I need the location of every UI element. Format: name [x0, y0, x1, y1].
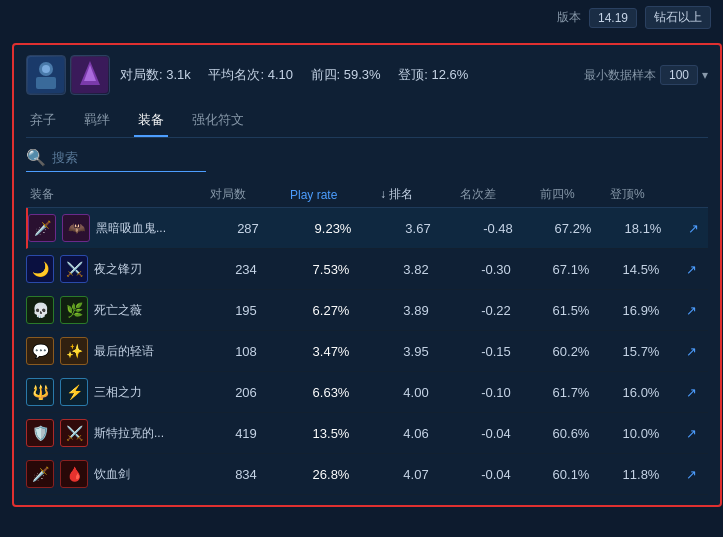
- outer-table: 对局数: 3.1k 平均名次: 4.10 前四: 59.3% 登顶: 12.6%…: [12, 43, 711, 511]
- col-games-2: 195: [206, 303, 286, 318]
- col-top1-6: 11.8%: [606, 467, 676, 482]
- item-icon-1-1: 🌙: [26, 255, 54, 283]
- table-row: 🛡️ ⚔️ 斯特拉克的... 419 13.5% 4.06 -0.04 60.6…: [26, 413, 708, 454]
- item-cell-4: 🔱 ⚡ 三相之力: [26, 378, 206, 406]
- col-top1-2: 16.9%: [606, 303, 676, 318]
- col-rank-4: 4.00: [376, 385, 456, 400]
- item-icon-1-2: 💀: [26, 296, 54, 324]
- col-playrate-3: 3.47%: [286, 344, 376, 359]
- item-name-2: 死亡之薇: [94, 302, 142, 319]
- item-icon-1-4: 🔱: [26, 378, 54, 406]
- search-input[interactable]: [52, 150, 202, 165]
- col-top4-5: 60.6%: [536, 426, 606, 441]
- col-header-top4: 前四%: [536, 186, 606, 203]
- item-icon-1-6: 🗡️: [26, 460, 54, 488]
- item-icon-2-0: 🦇: [62, 214, 90, 242]
- col-header-games: 对局数: [206, 186, 286, 203]
- col-avgdiff-4: -0.10: [456, 385, 536, 400]
- col-avgdiff-0: -0.48: [458, 221, 538, 236]
- item-cell-6: 🗡️ 🩸 饮血剑: [26, 460, 206, 488]
- col-games-1: 234: [206, 262, 286, 277]
- table-row: 🔱 ⚡ 三相之力 206 6.63% 4.00 -0.10 61.7% 16.0…: [26, 372, 708, 413]
- item-cell-1: 🌙 ⚔️ 夜之锋刃: [26, 255, 206, 283]
- expand-btn-2[interactable]: ↗: [676, 303, 706, 318]
- stat-avg-place: 平均名次: 4.10: [208, 67, 293, 82]
- col-games-4: 206: [206, 385, 286, 400]
- card-header-left: 对局数: 3.1k 平均名次: 4.10 前四: 59.3% 登顶: 12.6%: [26, 55, 482, 95]
- table-body: 🗡️ 🦇 黑暗吸血鬼... 287 9.23% 3.67 -0.48 67.2%…: [26, 208, 708, 495]
- svg-rect-2: [36, 77, 56, 89]
- item-icon-2-2: 🌿: [60, 296, 88, 324]
- min-sample-label: 最小数据样本: [584, 67, 656, 84]
- tab-synergies[interactable]: 羁绊: [80, 105, 114, 137]
- expand-btn-1[interactable]: ↗: [676, 262, 706, 277]
- tab-equipment[interactable]: 装备: [134, 105, 168, 137]
- item-cell-5: 🛡️ ⚔️ 斯特拉克的...: [26, 419, 206, 447]
- col-top4-3: 60.2%: [536, 344, 606, 359]
- item-icon-2-1: ⚔️: [60, 255, 88, 283]
- expand-btn-0[interactable]: ↗: [678, 221, 708, 236]
- table-header: 装备 对局数 Play rate ↓ 排名 名次差 前四% 登顶%: [26, 182, 708, 208]
- col-avgdiff-6: -0.04: [456, 467, 536, 482]
- item-cell-2: 💀 🌿 死亡之薇: [26, 296, 206, 324]
- item-icon-1-0: 🗡️: [28, 214, 56, 242]
- outer-row: 对局数: 3.1k 平均名次: 4.10 前四: 59.3% 登顶: 12.6%…: [12, 43, 711, 511]
- tabs-bar: 弃子 羁绊 装备 强化符文: [26, 105, 708, 138]
- tab-augments[interactable]: 弃子: [26, 105, 60, 137]
- item-icon-1-5: 🛡️: [26, 419, 54, 447]
- col-rank-6: 4.07: [376, 467, 456, 482]
- item-name-4: 三相之力: [94, 384, 142, 401]
- expand-btn-3[interactable]: ↗: [676, 344, 706, 359]
- main-content: 对局数: 3.1k 平均名次: 4.10 前四: 59.3% 登顶: 12.6%…: [0, 35, 723, 519]
- stats-card: 对局数: 3.1k 平均名次: 4.10 前四: 59.3% 登顶: 12.6%…: [12, 43, 722, 507]
- tab-runes[interactable]: 强化符文: [188, 105, 248, 137]
- col-games-6: 834: [206, 467, 286, 482]
- col-rank-2: 3.89: [376, 303, 456, 318]
- col-rank-5: 4.06: [376, 426, 456, 441]
- item-icon-1-3: 💬: [26, 337, 54, 365]
- item-icon-2-5: ⚔️: [60, 419, 88, 447]
- stat-top4: 前四: 59.3%: [311, 67, 381, 82]
- equipment-table: 装备 对局数 Play rate ↓ 排名 名次差 前四% 登顶% 🗡️ 🦇 黑…: [26, 182, 708, 495]
- item-icon-2-4: ⚡: [60, 378, 88, 406]
- col-header-avgdiff: 名次差: [456, 186, 536, 203]
- col-rank-3: 3.95: [376, 344, 456, 359]
- version-dropdown[interactable]: 14.19: [589, 8, 637, 28]
- min-sample-value[interactable]: 100: [660, 65, 698, 85]
- col-header-top1: 登顶%: [606, 186, 676, 203]
- table-row: 🌙 ⚔️ 夜之锋刃 234 7.53% 3.82 -0.30 67.1% 14.…: [26, 249, 708, 290]
- col-top1-0: 18.1%: [608, 221, 678, 236]
- item-name-0: 黑暗吸血鬼...: [96, 220, 166, 237]
- item-name-6: 饮血剑: [94, 466, 130, 483]
- col-games-5: 419: [206, 426, 286, 441]
- item-name-3: 最后的轻语: [94, 343, 154, 360]
- col-top1-4: 16.0%: [606, 385, 676, 400]
- col-rank-1: 3.82: [376, 262, 456, 277]
- champ-icon-2: [70, 55, 110, 95]
- rank-dropdown[interactable]: 钻石以上: [645, 6, 711, 29]
- table-row: 💬 ✨ 最后的轻语 108 3.47% 3.95 -0.15 60.2% 15.…: [26, 331, 708, 372]
- col-avgdiff-5: -0.04: [456, 426, 536, 441]
- col-games-3: 108: [206, 344, 286, 359]
- item-icon-2-6: 🩸: [60, 460, 88, 488]
- col-rank-0: 3.67: [378, 221, 458, 236]
- expand-btn-4[interactable]: ↗: [676, 385, 706, 400]
- table-row: 🗡️ 🩸 饮血剑 834 26.8% 4.07 -0.04 60.1% 11.8…: [26, 454, 708, 495]
- expand-btn-5[interactable]: ↗: [676, 426, 706, 441]
- stats-text: 对局数: 3.1k 平均名次: 4.10 前四: 59.3% 登顶: 12.6%: [120, 66, 482, 84]
- stat-games: 对局数: 3.1k: [120, 67, 191, 82]
- col-header-rank[interactable]: ↓ 排名: [376, 186, 456, 203]
- search-bar: 🔍: [26, 148, 206, 172]
- item-name-5: 斯特拉克的...: [94, 425, 164, 442]
- col-avgdiff-1: -0.30: [456, 262, 536, 277]
- min-sample-arrow[interactable]: ▾: [702, 68, 708, 82]
- col-playrate-1: 7.53%: [286, 262, 376, 277]
- col-top4-4: 61.7%: [536, 385, 606, 400]
- col-top1-3: 15.7%: [606, 344, 676, 359]
- col-games-0: 287: [208, 221, 288, 236]
- expand-btn-6[interactable]: ↗: [676, 467, 706, 482]
- item-cell-3: 💬 ✨ 最后的轻语: [26, 337, 206, 365]
- col-top4-2: 61.5%: [536, 303, 606, 318]
- champ-icons: [26, 55, 110, 95]
- table-row: 🗡️ 🦇 黑暗吸血鬼... 287 9.23% 3.67 -0.48 67.2%…: [26, 208, 708, 249]
